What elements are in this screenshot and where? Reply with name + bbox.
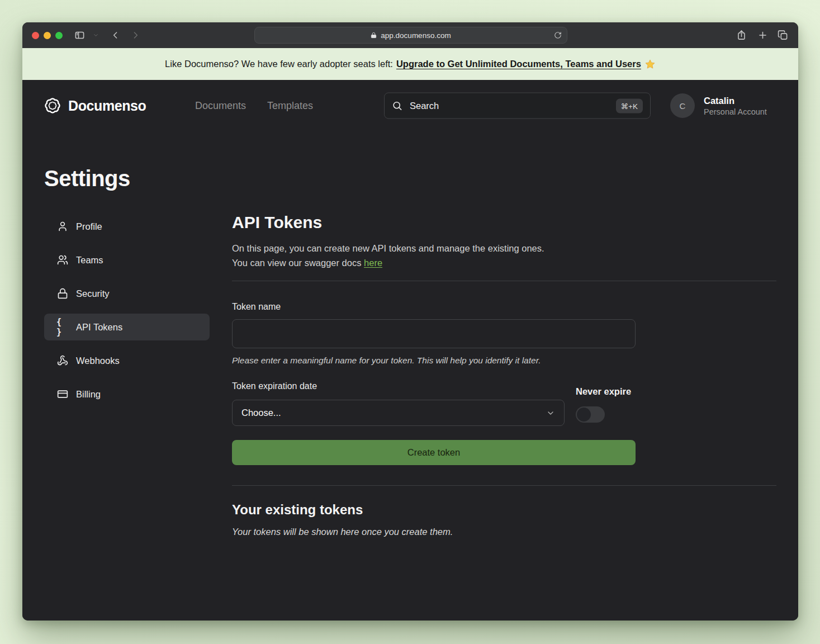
settings-sidebar: Profile Teams Security { } API Token	[44, 213, 210, 537]
search-icon	[392, 101, 402, 111]
nav-documents[interactable]: Documents	[195, 100, 246, 112]
sidebar-item-webhooks[interactable]: Webhooks	[44, 347, 210, 374]
star-icon	[644, 59, 656, 70]
users-icon	[56, 254, 69, 266]
traffic-lights	[22, 32, 63, 39]
promo-banner: Like Documenso? We have few early adopte…	[22, 48, 798, 80]
create-token-button[interactable]: Create token	[232, 440, 636, 465]
sidebar-item-label: Teams	[76, 255, 103, 266]
sidebar-item-api-tokens[interactable]: { } API Tokens	[44, 314, 210, 340]
braces-icon: { }	[56, 317, 69, 337]
token-name-help: Please enter a meaningful name for your …	[232, 356, 776, 366]
expiration-selected-value: Choose...	[241, 408, 281, 418]
url-text: app.documenso.com	[381, 31, 451, 40]
settings-content: Profile Teams Security { } API Token	[44, 213, 776, 537]
minimize-window-button[interactable]	[44, 32, 51, 39]
sidebar-item-teams[interactable]: Teams	[44, 247, 210, 273]
section-description: On this page, you can create new API tok…	[232, 242, 776, 270]
sidebar-item-profile[interactable]: Profile	[44, 213, 210, 240]
divider	[232, 485, 776, 486]
description-line-1: On this page, you can create new API tok…	[232, 243, 544, 253]
sidebar-item-label: Profile	[76, 221, 102, 232]
never-expire-label: Never expire	[576, 386, 631, 397]
zoom-window-button[interactable]	[55, 32, 63, 39]
toggle-knob	[577, 408, 591, 422]
sidebar-toggle-icon[interactable]	[74, 30, 85, 41]
token-name-input[interactable]	[232, 319, 636, 348]
search-shortcut-badge: ⌘+K	[616, 98, 643, 113]
swagger-docs-link[interactable]: here	[364, 258, 382, 268]
nav-templates[interactable]: Templates	[267, 100, 313, 112]
sidebar-item-label: Billing	[76, 389, 101, 400]
account-name: Catalin	[704, 96, 767, 106]
lock-icon	[371, 32, 377, 39]
refresh-icon[interactable]	[554, 31, 562, 39]
tab-overview-icon[interactable]	[778, 30, 788, 41]
documenso-app: Documenso Documents Templates Search ⌘+K…	[22, 80, 798, 621]
chevron-down-icon[interactable]	[93, 32, 99, 39]
sidebar-item-security[interactable]: Security	[44, 280, 210, 307]
section-title: API Tokens	[232, 213, 776, 232]
back-icon[interactable]	[111, 31, 120, 40]
webhook-icon	[56, 355, 69, 366]
forward-icon[interactable]	[131, 31, 140, 40]
documenso-logo-icon	[44, 97, 61, 114]
account-subtitle: Personal Account	[704, 107, 767, 116]
description-line-2: You can view our swagger docs	[232, 258, 361, 268]
brand-logo-link[interactable]: Documenso	[44, 97, 146, 114]
address-bar[interactable]: app.documenso.com	[254, 27, 567, 44]
credit-card-icon	[56, 389, 69, 400]
sidebar-item-billing[interactable]: Billing	[44, 381, 210, 408]
promo-text: Like Documenso? We have few early adopte…	[165, 59, 393, 69]
page-title: Settings	[44, 166, 776, 191]
sidebar-item-label: Security	[76, 288, 110, 299]
new-tab-icon[interactable]	[757, 30, 768, 41]
token-name-label: Token name	[232, 302, 776, 312]
search-input[interactable]: Search ⌘+K	[384, 93, 651, 119]
chevron-down-icon	[546, 409, 555, 418]
upgrade-link[interactable]: Upgrade to Get Unlimited Documents, Team…	[396, 59, 641, 69]
expiration-select[interactable]: Choose...	[232, 400, 565, 426]
app-header: Documenso Documents Templates Search ⌘+K…	[44, 80, 776, 131]
close-window-button[interactable]	[32, 32, 39, 39]
expiration-label: Token expiration date	[232, 381, 565, 391]
browser-toolbar: app.documenso.com	[22, 22, 798, 48]
lock-icon	[56, 288, 69, 299]
never-expire-toggle[interactable]	[576, 406, 605, 423]
api-tokens-panel: API Tokens On this page, you can create …	[232, 213, 776, 537]
existing-tokens-title: Your existing tokens	[232, 502, 776, 518]
sidebar-item-label: Webhooks	[76, 356, 120, 366]
existing-tokens-empty-message: Your tokens will be shown here once you …	[232, 527, 776, 537]
divider	[232, 281, 776, 281]
avatar: C	[670, 93, 695, 118]
sidebar-item-label: API Tokens	[76, 322, 122, 333]
primary-nav: Documents Templates	[195, 100, 313, 112]
share-icon[interactable]	[736, 30, 747, 41]
brand-name: Documenso	[68, 98, 146, 114]
expiration-row: Token expiration date Choose... Never ex…	[232, 381, 776, 426]
search-label: Search	[410, 101, 439, 111]
browser-window: app.documenso.com Like Documenso? We hav…	[22, 22, 798, 621]
user-icon	[56, 221, 69, 232]
account-menu-button[interactable]: C Catalin Personal Account	[670, 93, 798, 118]
